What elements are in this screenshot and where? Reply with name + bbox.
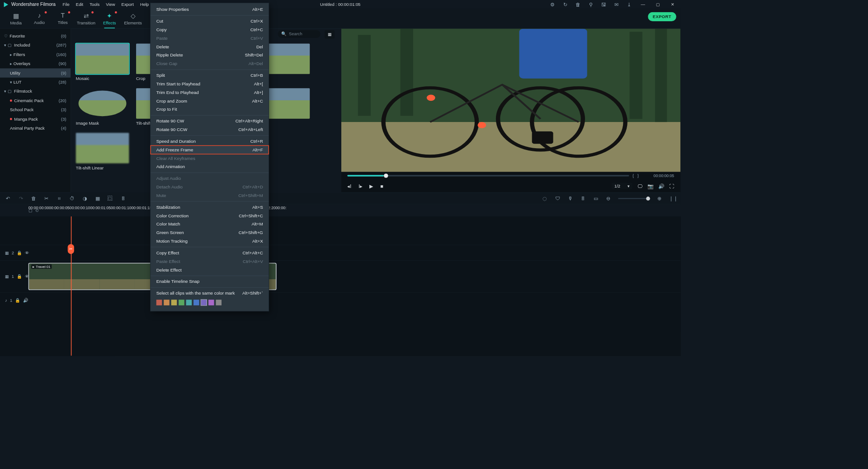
video-preview[interactable] bbox=[341, 29, 680, 172]
color-swatch[interactable] bbox=[193, 300, 199, 305]
mark-in-brace[interactable]: { bbox=[632, 174, 634, 178]
sidebar-item-utility[interactable]: Utility (9) bbox=[0, 68, 71, 77]
ctx-ripple-delete[interactable]: Ripple DeleteShift+Del bbox=[151, 51, 269, 60]
ctx-rotate-ccw[interactable]: Rotate 90 CCWCtrl+Alt+Left bbox=[151, 126, 269, 134]
save-icon[interactable]: 🖫 bbox=[600, 2, 608, 8]
render-preview-icon[interactable]: ▭ bbox=[593, 196, 599, 202]
playhead-line[interactable] bbox=[71, 216, 72, 356]
zoom-fit-button[interactable]: ❘❘ bbox=[669, 196, 675, 202]
split-button[interactable]: ✂ bbox=[43, 196, 50, 202]
lock-icon[interactable]: 🔒 bbox=[15, 298, 20, 303]
menu-tools[interactable]: Tools bbox=[90, 2, 99, 7]
ctx-crop-zoom[interactable]: Crop and ZoomAlt+C bbox=[151, 97, 269, 105]
sidebar-item-cinematic[interactable]: Cinematic Pack (20) bbox=[0, 96, 71, 105]
play-button[interactable]: ▶ bbox=[369, 183, 373, 189]
user-icon[interactable]: ⚲ bbox=[587, 2, 594, 8]
effect-thumb-mosaic[interactable]: Mosaic bbox=[76, 43, 132, 81]
track-audio1[interactable]: ♪1 🔒 🔊 bbox=[0, 292, 680, 308]
display-monitor-icon[interactable]: 🖵 bbox=[637, 183, 642, 189]
fullscreen-icon[interactable]: ⛶ bbox=[669, 183, 674, 189]
mark-out-brace[interactable]: } bbox=[637, 174, 639, 178]
adjust-button[interactable]: 🎚 bbox=[120, 196, 126, 202]
menu-export[interactable]: Export bbox=[122, 2, 134, 7]
ctx-color-match[interactable]: Color MatchAlt+M bbox=[151, 220, 269, 229]
tab-titles[interactable]: TTitles bbox=[51, 12, 75, 25]
zoom-knob[interactable] bbox=[646, 197, 650, 201]
trash-icon[interactable]: 🗑 bbox=[574, 2, 582, 8]
lock-icon[interactable]: 🔒 bbox=[17, 250, 22, 255]
menu-view[interactable]: View bbox=[106, 2, 115, 7]
ctx-add-freeze-frame[interactable]: Add Freeze FrameAlt+F bbox=[151, 145, 269, 154]
ctx-motion-tracking[interactable]: Motion TrackingAlt+X bbox=[151, 237, 269, 245]
ctx-add-animation[interactable]: Add Animation bbox=[151, 163, 269, 171]
sidebar-item-filmstock[interactable]: ▾ ▢ Filmstock bbox=[0, 87, 71, 96]
audio-mixer-icon[interactable]: 🎚 bbox=[580, 196, 586, 202]
crop-button[interactable]: ⌗ bbox=[56, 195, 62, 201]
ctx-select-same-color[interactable]: Select all clips with the same color mar… bbox=[151, 289, 269, 298]
delete-clip-button[interactable]: 🗑 bbox=[30, 196, 37, 202]
ctx-trim-end[interactable]: Trim End to PlayheadAlt+] bbox=[151, 88, 269, 97]
color-swatch[interactable] bbox=[216, 300, 222, 305]
export-button[interactable]: EXPORT bbox=[648, 12, 676, 21]
ctx-speed-duration[interactable]: Speed and DurationCtrl+R bbox=[151, 137, 269, 145]
ctx-delete[interactable]: DeleteDel bbox=[151, 42, 269, 51]
zoom-slider[interactable] bbox=[618, 198, 650, 199]
scrub-track[interactable] bbox=[347, 175, 629, 176]
color-swatch[interactable] bbox=[171, 300, 177, 305]
menu-help[interactable]: Help bbox=[140, 2, 149, 7]
focus-button[interactable]: ⿴ bbox=[107, 196, 113, 202]
message-icon[interactable]: ✉ bbox=[613, 2, 620, 8]
playhead-handle[interactable]: ✂ bbox=[68, 244, 74, 254]
timeline-opt1-icon[interactable]: ◌ bbox=[542, 196, 548, 202]
color-swatch[interactable] bbox=[179, 300, 184, 305]
color-swatch[interactable] bbox=[186, 300, 192, 305]
prev-frame-button[interactable]: ◂Ⅰ bbox=[347, 183, 351, 189]
gear-icon[interactable]: ⚙ bbox=[549, 2, 557, 8]
maximize-button[interactable]: ▢ bbox=[653, 2, 663, 7]
sidebar-item-lut[interactable]: ▾LUT (28) bbox=[0, 78, 71, 87]
sidebar-item-school[interactable]: School Pack (3) bbox=[0, 105, 71, 114]
color-button[interactable]: ◑ bbox=[81, 196, 88, 202]
effect-thumb-imagemask[interactable]: Image Mask bbox=[76, 88, 132, 126]
close-button[interactable]: ✕ bbox=[668, 2, 678, 7]
green-screen-button[interactable]: ▦ bbox=[94, 196, 101, 202]
color-swatch[interactable] bbox=[201, 300, 207, 305]
download-icon[interactable]: ⤓ bbox=[625, 2, 633, 8]
effect-thumb-tiltshiftlinear[interactable]: Tilt-shift Linear bbox=[76, 133, 132, 170]
ctx-copy-effect[interactable]: Copy EffectCtrl+Alt+C bbox=[151, 249, 269, 257]
ctx-stabilization[interactable]: StabilizationAlt+S bbox=[151, 203, 269, 211]
ctx-show-properties[interactable]: Show PropertiesAlt+E bbox=[151, 5, 269, 14]
volume-icon[interactable]: 🔊 bbox=[23, 298, 28, 303]
lock-icon[interactable]: 🔒 bbox=[17, 274, 22, 279]
grid-view-button[interactable]: ▦ bbox=[325, 30, 335, 39]
ctx-copy[interactable]: CopyCtrl+C bbox=[151, 25, 269, 34]
tab-effects[interactable]: ✦Effects bbox=[98, 12, 121, 25]
search-input[interactable]: 🔍 Search bbox=[278, 30, 321, 38]
stop-button[interactable]: ■ bbox=[380, 183, 383, 189]
ctx-delete-effect[interactable]: Delete Effect bbox=[151, 266, 269, 274]
tab-media[interactable]: ▦Media bbox=[4, 12, 28, 25]
ctx-split[interactable]: SplitCtrl+B bbox=[151, 71, 269, 80]
track-video1[interactable]: ▦1 🔒 👁 ▸Travel 01 bbox=[0, 260, 680, 292]
menu-file[interactable]: File bbox=[63, 2, 70, 7]
voiceover-icon[interactable]: 🎙 bbox=[567, 196, 573, 202]
ctx-color-correction[interactable]: Color CorrectionCtrl+Shift+C bbox=[151, 211, 269, 220]
refresh-icon[interactable]: ↻ bbox=[561, 2, 569, 8]
ctx-enable-snap[interactable]: Enable Timeline Snap bbox=[151, 277, 269, 286]
sidebar-item-animalparty[interactable]: Animal Party Pack (4) bbox=[0, 124, 71, 133]
undo-button[interactable]: ↶ bbox=[5, 196, 11, 202]
redo-button[interactable]: ↷ bbox=[18, 196, 24, 202]
sidebar-item-filters[interactable]: ▸Filters (160) bbox=[0, 50, 71, 59]
minimize-button[interactable]: — bbox=[638, 2, 648, 7]
snapshot-icon[interactable]: 📷 bbox=[647, 183, 653, 189]
ctx-green-screen[interactable]: Green ScreenCtrl+Shift+G bbox=[151, 229, 269, 237]
ctx-trim-start[interactable]: Trim Start to PlayheadAlt+[ bbox=[151, 80, 269, 88]
ctx-rotate-cw[interactable]: Rotate 90 CWCtrl+Alt+Right bbox=[151, 117, 269, 126]
tab-audio[interactable]: ♪Audio bbox=[28, 12, 51, 25]
next-frame-button[interactable]: Ⅰ▸ bbox=[359, 183, 363, 189]
sidebar-item-manga[interactable]: Manga Pack (3) bbox=[0, 114, 71, 123]
zoom-in-button[interactable]: ⊕ bbox=[656, 196, 663, 202]
tab-elements[interactable]: ◇Elements bbox=[121, 12, 145, 25]
color-swatch[interactable] bbox=[208, 300, 214, 305]
speed-button[interactable]: ⏱ bbox=[69, 196, 75, 202]
